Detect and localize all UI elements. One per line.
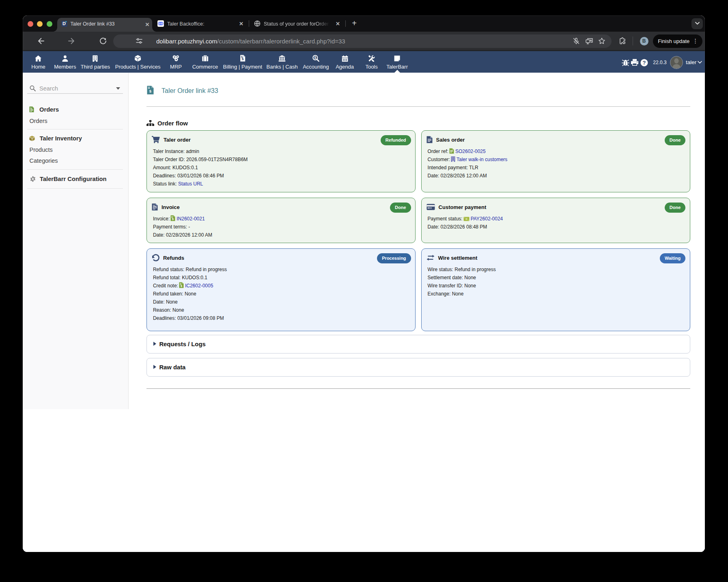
svg-text:$: $ — [314, 56, 316, 60]
svg-text:$: $ — [172, 218, 174, 221]
svg-text:$: $ — [149, 89, 152, 93]
svg-text:$: $ — [181, 285, 182, 288]
svg-text:?: ? — [643, 60, 646, 66]
